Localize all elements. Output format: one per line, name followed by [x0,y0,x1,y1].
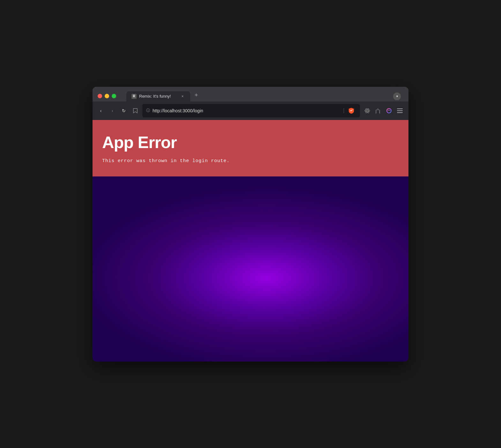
back-button[interactable]: ‹ [96,106,105,115]
minimize-button[interactable] [105,94,109,98]
svg-rect-5 [397,108,403,109]
svg-rect-7 [397,112,403,113]
error-message: This error was thrown in the login route… [102,158,399,164]
reload-button[interactable]: ↻ [119,106,128,115]
app-background [93,176,408,362]
forward-button[interactable]: › [108,106,117,115]
new-tab-button[interactable]: + [191,91,201,100]
menu-button[interactable] [395,106,405,116]
address-divider [344,108,344,113]
svg-point-4 [387,108,391,113]
tabs-row: R Remix: It's funny! × + ▾ [126,91,403,101]
browser-window: R Remix: It's funny! × + ▾ ‹ › ↻ [93,87,408,362]
brave-shield-icon[interactable] [347,106,356,116]
active-tab[interactable]: R Remix: It's funny! × [126,91,190,101]
url-display: http://localhost:3000/login [153,108,341,113]
close-button[interactable] [98,94,102,98]
tab-close-button[interactable]: × [180,94,185,99]
title-bar: R Remix: It's funny! × + ▾ ‹ › ↻ [93,87,408,120]
svg-point-3 [367,110,368,111]
maximize-button[interactable] [112,94,116,98]
tab-favicon: R [131,94,137,99]
nav-bar: ‹ › ↻ ⓘ http://localhost:3000/login [93,101,408,120]
address-bar[interactable]: ⓘ http://localhost:3000/login [142,104,360,117]
extensions-icon[interactable] [363,106,372,116]
error-banner: App Error This error was thrown in the l… [93,120,408,176]
bookmark-button[interactable] [131,106,140,115]
svg-rect-6 [397,110,403,111]
traffic-lights [98,94,116,98]
arc-icon[interactable] [384,106,394,116]
nav-icons [363,106,405,116]
security-icon: ⓘ [146,108,150,113]
puzzle-icon[interactable] [373,106,383,116]
error-title: App Error [102,133,399,152]
web-content: App Error This error was thrown in the l… [93,120,408,362]
tab-title: Remix: It's funny! [139,94,177,99]
title-bar-top: R Remix: It's funny! × + ▾ [93,87,408,101]
tab-dropdown-button[interactable]: ▾ [393,93,401,100]
tab-extra: ▾ [393,93,403,101]
